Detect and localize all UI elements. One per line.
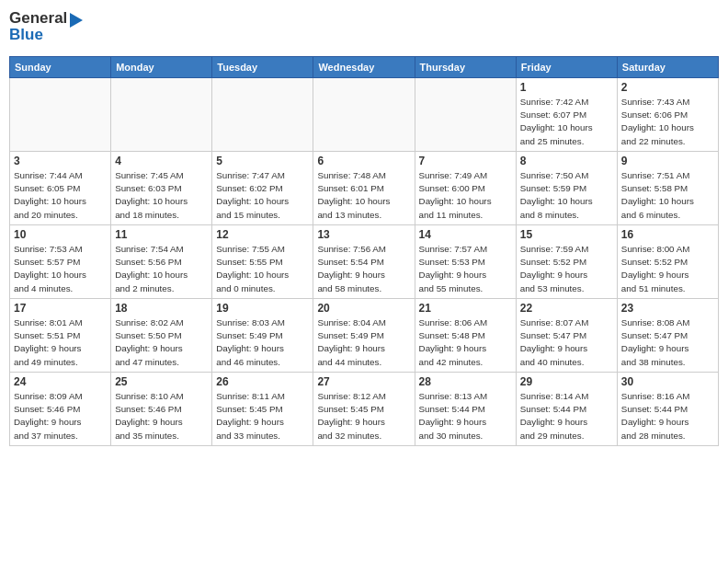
day-info: Sunrise: 7:50 AMSunset: 5:59 PMDaylight:… [520, 169, 613, 222]
calendar-day-cell: 17Sunrise: 8:01 AMSunset: 5:51 PMDayligh… [10, 299, 111, 373]
calendar-day-cell: 20Sunrise: 8:04 AMSunset: 5:49 PMDayligh… [313, 299, 415, 373]
logo-arrow-icon [70, 13, 83, 28]
day-of-week-header: Monday [111, 57, 212, 78]
calendar-day-cell: 28Sunrise: 8:13 AMSunset: 5:44 PMDayligh… [415, 373, 516, 446]
day-number: 7 [419, 155, 512, 167]
calendar-day-cell [313, 78, 415, 152]
day-of-week-header: Wednesday [313, 57, 415, 78]
day-info: Sunrise: 7:57 AMSunset: 5:53 PMDaylight:… [419, 243, 512, 295]
day-number: 19 [216, 302, 309, 315]
calendar-day-cell: 18Sunrise: 8:02 AMSunset: 5:50 PMDayligh… [111, 299, 212, 373]
day-number: 3 [14, 155, 107, 167]
day-number: 9 [621, 155, 714, 167]
day-number: 6 [317, 155, 410, 167]
calendar-day-cell [212, 78, 313, 152]
calendar-day-cell: 11Sunrise: 7:54 AMSunset: 5:56 PMDayligh… [111, 225, 212, 299]
calendar-day-cell: 3Sunrise: 7:44 AMSunset: 6:05 PMDaylight… [10, 152, 111, 225]
day-info: Sunrise: 7:49 AMSunset: 6:00 PMDaylight:… [419, 169, 512, 222]
calendar-day-cell: 2Sunrise: 7:43 AMSunset: 6:06 PMDaylight… [617, 78, 718, 152]
logo: General Blue [9, 9, 83, 51]
calendar-day-cell: 9Sunrise: 7:51 AMSunset: 5:58 PMDaylight… [617, 152, 718, 225]
day-number: 13 [317, 228, 410, 241]
calendar-day-cell: 23Sunrise: 8:08 AMSunset: 5:47 PMDayligh… [617, 299, 718, 373]
calendar-day-cell: 10Sunrise: 7:53 AMSunset: 5:57 PMDayligh… [10, 225, 111, 299]
calendar-day-cell: 27Sunrise: 8:12 AMSunset: 5:45 PMDayligh… [313, 373, 415, 446]
calendar-week-row: 10Sunrise: 7:53 AMSunset: 5:57 PMDayligh… [10, 225, 719, 299]
calendar-day-cell: 14Sunrise: 7:57 AMSunset: 5:53 PMDayligh… [415, 225, 516, 299]
day-info: Sunrise: 8:03 AMSunset: 5:49 PMDaylight:… [216, 316, 309, 369]
day-info: Sunrise: 7:53 AMSunset: 5:57 PMDaylight:… [14, 243, 107, 295]
day-number: 25 [115, 375, 208, 388]
day-number: 16 [621, 228, 714, 241]
calendar-day-cell: 24Sunrise: 8:09 AMSunset: 5:46 PMDayligh… [10, 373, 111, 446]
calendar-day-cell: 29Sunrise: 8:14 AMSunset: 5:44 PMDayligh… [516, 373, 617, 446]
day-number: 30 [621, 375, 714, 388]
calendar-table: SundayMondayTuesdayWednesdayThursdayFrid… [9, 56, 719, 446]
day-of-week-header: Saturday [617, 57, 718, 78]
calendar-day-cell: 19Sunrise: 8:03 AMSunset: 5:49 PMDayligh… [212, 299, 313, 373]
day-number: 24 [14, 375, 107, 388]
day-number: 10 [14, 228, 107, 241]
day-info: Sunrise: 8:14 AMSunset: 5:44 PMDaylight:… [520, 390, 613, 442]
calendar-week-row: 3Sunrise: 7:44 AMSunset: 6:05 PMDaylight… [10, 152, 719, 225]
calendar-day-cell: 6Sunrise: 7:48 AMSunset: 6:01 PMDaylight… [313, 152, 415, 225]
day-number: 1 [520, 81, 613, 94]
calendar-day-cell: 12Sunrise: 7:55 AMSunset: 5:55 PMDayligh… [212, 225, 313, 299]
day-of-week-header: Tuesday [212, 57, 313, 78]
day-of-week-header: Thursday [415, 57, 516, 78]
day-number: 17 [14, 302, 107, 315]
day-number: 26 [216, 375, 309, 388]
day-number: 27 [317, 375, 410, 388]
calendar-day-cell: 21Sunrise: 8:06 AMSunset: 5:48 PMDayligh… [415, 299, 516, 373]
page-header: General Blue [9, 9, 719, 51]
calendar-day-cell: 22Sunrise: 8:07 AMSunset: 5:47 PMDayligh… [516, 299, 617, 373]
day-info: Sunrise: 8:07 AMSunset: 5:47 PMDaylight:… [520, 316, 613, 369]
calendar-day-cell: 8Sunrise: 7:50 AMSunset: 5:59 PMDaylight… [516, 152, 617, 225]
day-info: Sunrise: 8:00 AMSunset: 5:52 PMDaylight:… [621, 243, 714, 295]
calendar-day-cell: 15Sunrise: 7:59 AMSunset: 5:52 PMDayligh… [516, 225, 617, 299]
day-number: 28 [419, 375, 512, 388]
day-info: Sunrise: 7:55 AMSunset: 5:55 PMDaylight:… [216, 243, 309, 295]
day-number: 20 [317, 302, 410, 315]
day-number: 2 [621, 81, 714, 94]
day-number: 21 [419, 302, 512, 315]
day-info: Sunrise: 7:59 AMSunset: 5:52 PMDaylight:… [520, 243, 613, 295]
day-info: Sunrise: 8:11 AMSunset: 5:45 PMDaylight:… [216, 390, 309, 442]
day-info: Sunrise: 8:12 AMSunset: 5:45 PMDaylight:… [317, 390, 410, 442]
calendar-day-cell [111, 78, 212, 152]
day-info: Sunrise: 8:04 AMSunset: 5:49 PMDaylight:… [317, 316, 410, 369]
calendar-header-row: SundayMondayTuesdayWednesdayThursdayFrid… [10, 57, 719, 78]
calendar-day-cell: 25Sunrise: 8:10 AMSunset: 5:46 PMDayligh… [111, 373, 212, 446]
day-info: Sunrise: 7:48 AMSunset: 6:01 PMDaylight:… [317, 169, 410, 222]
calendar-week-row: 17Sunrise: 8:01 AMSunset: 5:51 PMDayligh… [10, 299, 719, 373]
day-number: 22 [520, 302, 613, 315]
day-info: Sunrise: 8:01 AMSunset: 5:51 PMDaylight:… [14, 316, 107, 369]
logo-blue: Blue [9, 26, 43, 44]
day-info: Sunrise: 8:02 AMSunset: 5:50 PMDaylight:… [115, 316, 208, 369]
calendar-week-row: 1Sunrise: 7:42 AMSunset: 6:07 PMDaylight… [10, 78, 719, 152]
calendar-day-cell: 30Sunrise: 8:16 AMSunset: 5:44 PMDayligh… [617, 373, 718, 446]
day-number: 29 [520, 375, 613, 388]
calendar-day-cell: 16Sunrise: 8:00 AMSunset: 5:52 PMDayligh… [617, 225, 718, 299]
day-info: Sunrise: 7:44 AMSunset: 6:05 PMDaylight:… [14, 169, 107, 222]
day-number: 12 [216, 228, 309, 241]
day-number: 15 [520, 228, 613, 241]
logo-general: General [9, 9, 67, 28]
day-info: Sunrise: 8:09 AMSunset: 5:46 PMDaylight:… [14, 390, 107, 442]
calendar-week-row: 24Sunrise: 8:09 AMSunset: 5:46 PMDayligh… [10, 373, 719, 446]
day-info: Sunrise: 8:06 AMSunset: 5:48 PMDaylight:… [419, 316, 512, 369]
calendar-day-cell: 7Sunrise: 7:49 AMSunset: 6:00 PMDaylight… [415, 152, 516, 225]
calendar-day-cell: 26Sunrise: 8:11 AMSunset: 5:45 PMDayligh… [212, 373, 313, 446]
calendar-day-cell: 1Sunrise: 7:42 AMSunset: 6:07 PMDaylight… [516, 78, 617, 152]
day-info: Sunrise: 7:51 AMSunset: 5:58 PMDaylight:… [621, 169, 714, 222]
day-number: 14 [419, 228, 512, 241]
day-info: Sunrise: 7:56 AMSunset: 5:54 PMDaylight:… [317, 243, 410, 295]
day-info: Sunrise: 8:16 AMSunset: 5:44 PMDaylight:… [621, 390, 714, 442]
day-number: 11 [115, 228, 208, 241]
day-info: Sunrise: 7:47 AMSunset: 6:02 PMDaylight:… [216, 169, 309, 222]
day-info: Sunrise: 7:43 AMSunset: 6:06 PMDaylight:… [621, 96, 714, 148]
day-info: Sunrise: 8:13 AMSunset: 5:44 PMDaylight:… [419, 390, 512, 442]
day-info: Sunrise: 7:45 AMSunset: 6:03 PMDaylight:… [115, 169, 208, 222]
day-info: Sunrise: 8:08 AMSunset: 5:47 PMDaylight:… [621, 316, 714, 369]
day-number: 8 [520, 155, 613, 167]
